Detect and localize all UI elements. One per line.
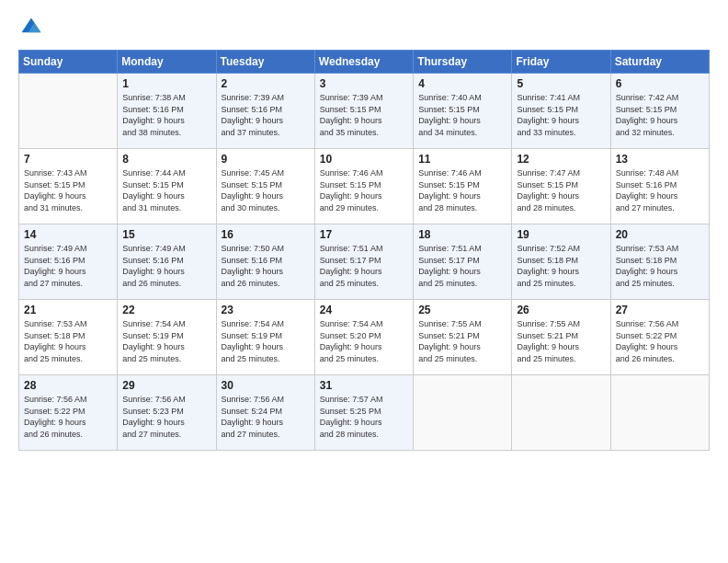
day-number: 8	[122, 153, 210, 166]
day-cell: 13Sunrise: 7:48 AM Sunset: 5:16 PM Dayli…	[610, 149, 709, 224]
day-cell: 30Sunrise: 7:56 AM Sunset: 5:24 PM Dayli…	[216, 375, 314, 451]
day-info: Sunrise: 7:44 AM Sunset: 5:15 PM Dayligh…	[122, 167, 210, 213]
day-cell: 6Sunrise: 7:42 AM Sunset: 5:15 PM Daylig…	[610, 74, 709, 149]
day-number: 17	[320, 228, 408, 241]
day-cell: 20Sunrise: 7:53 AM Sunset: 5:18 PM Dayli…	[610, 224, 709, 300]
day-info: Sunrise: 7:47 AM Sunset: 5:15 PM Dayligh…	[517, 167, 605, 213]
day-cell: 9Sunrise: 7:45 AM Sunset: 5:15 PM Daylig…	[216, 149, 314, 224]
day-cell: 14Sunrise: 7:49 AM Sunset: 5:16 PM Dayli…	[19, 224, 118, 300]
day-cell: 21Sunrise: 7:53 AM Sunset: 5:18 PM Dayli…	[19, 300, 118, 375]
day-info: Sunrise: 7:52 AM Sunset: 5:18 PM Dayligh…	[517, 243, 605, 289]
week-row-2: 7Sunrise: 7:43 AM Sunset: 5:15 PM Daylig…	[19, 149, 710, 224]
day-cell: 15Sunrise: 7:49 AM Sunset: 5:16 PM Dayli…	[118, 224, 216, 300]
logo-icon	[18, 15, 44, 40]
day-number: 20	[616, 228, 704, 241]
day-info: Sunrise: 7:42 AM Sunset: 5:15 PM Dayligh…	[616, 92, 704, 138]
header-cell-sunday: Sunday	[19, 51, 118, 74]
day-number: 21	[24, 304, 112, 316]
day-cell: 11Sunrise: 7:46 AM Sunset: 5:15 PM Dayli…	[414, 149, 512, 224]
day-cell: 16Sunrise: 7:50 AM Sunset: 5:16 PM Dayli…	[216, 224, 314, 300]
day-info: Sunrise: 7:46 AM Sunset: 5:15 PM Dayligh…	[320, 167, 408, 213]
header-row: SundayMondayTuesdayWednesdayThursdayFrid…	[19, 51, 710, 74]
day-number: 4	[418, 77, 506, 90]
day-cell: 27Sunrise: 7:56 AM Sunset: 5:22 PM Dayli…	[610, 300, 709, 375]
calendar-header: SundayMondayTuesdayWednesdayThursdayFrid…	[19, 51, 710, 74]
header-cell-thursday: Thursday	[414, 51, 512, 74]
header-cell-tuesday: Tuesday	[216, 51, 314, 74]
day-info: Sunrise: 7:55 AM Sunset: 5:21 PM Dayligh…	[517, 318, 605, 364]
day-number: 29	[122, 379, 210, 392]
day-info: Sunrise: 7:50 AM Sunset: 5:16 PM Dayligh…	[222, 243, 310, 289]
day-info: Sunrise: 7:51 AM Sunset: 5:17 PM Dayligh…	[320, 243, 408, 289]
day-cell: 2Sunrise: 7:39 AM Sunset: 5:16 PM Daylig…	[216, 74, 314, 149]
day-cell: 5Sunrise: 7:41 AM Sunset: 5:15 PM Daylig…	[512, 74, 610, 149]
calendar-table: SundayMondayTuesdayWednesdayThursdayFrid…	[18, 50, 710, 451]
day-info: Sunrise: 7:56 AM Sunset: 5:24 PM Dayligh…	[222, 394, 310, 440]
day-number: 19	[517, 228, 605, 241]
day-info: Sunrise: 7:55 AM Sunset: 5:21 PM Dayligh…	[418, 318, 506, 364]
day-info: Sunrise: 7:57 AM Sunset: 5:25 PM Dayligh…	[320, 394, 408, 440]
day-cell: 7Sunrise: 7:43 AM Sunset: 5:15 PM Daylig…	[19, 149, 118, 224]
day-cell: 24Sunrise: 7:54 AM Sunset: 5:20 PM Dayli…	[314, 300, 413, 375]
day-info: Sunrise: 7:56 AM Sunset: 5:22 PM Dayligh…	[616, 318, 704, 364]
day-number: 26	[517, 304, 605, 316]
week-row-1: 1Sunrise: 7:38 AM Sunset: 5:16 PM Daylig…	[19, 74, 710, 149]
day-cell: 12Sunrise: 7:47 AM Sunset: 5:15 PM Dayli…	[512, 149, 610, 224]
day-number: 18	[418, 228, 506, 241]
day-info: Sunrise: 7:49 AM Sunset: 5:16 PM Dayligh…	[122, 243, 210, 289]
day-cell: 19Sunrise: 7:52 AM Sunset: 5:18 PM Dayli…	[512, 224, 610, 300]
day-info: Sunrise: 7:56 AM Sunset: 5:23 PM Dayligh…	[122, 394, 210, 440]
day-cell: 10Sunrise: 7:46 AM Sunset: 5:15 PM Dayli…	[314, 149, 413, 224]
day-number: 5	[517, 77, 605, 90]
header-cell-saturday: Saturday	[610, 51, 709, 74]
day-info: Sunrise: 7:43 AM Sunset: 5:15 PM Dayligh…	[24, 167, 112, 213]
day-number: 9	[222, 153, 310, 166]
day-info: Sunrise: 7:39 AM Sunset: 5:16 PM Dayligh…	[222, 92, 310, 138]
day-info: Sunrise: 7:46 AM Sunset: 5:15 PM Dayligh…	[418, 167, 506, 213]
day-info: Sunrise: 7:54 AM Sunset: 5:19 PM Dayligh…	[222, 318, 310, 364]
day-number: 12	[517, 153, 605, 166]
day-cell: 4Sunrise: 7:40 AM Sunset: 5:15 PM Daylig…	[414, 74, 512, 149]
day-cell: 3Sunrise: 7:39 AM Sunset: 5:15 PM Daylig…	[314, 74, 413, 149]
day-number: 13	[616, 153, 704, 166]
day-cell: 23Sunrise: 7:54 AM Sunset: 5:19 PM Dayli…	[216, 300, 314, 375]
week-row-4: 21Sunrise: 7:53 AM Sunset: 5:18 PM Dayli…	[19, 300, 710, 375]
day-info: Sunrise: 7:51 AM Sunset: 5:17 PM Dayligh…	[418, 243, 506, 289]
day-info: Sunrise: 7:53 AM Sunset: 5:18 PM Dayligh…	[24, 318, 112, 364]
day-cell	[414, 375, 512, 451]
day-number: 15	[122, 228, 210, 241]
day-cell: 22Sunrise: 7:54 AM Sunset: 5:19 PM Dayli…	[118, 300, 216, 375]
day-info: Sunrise: 7:49 AM Sunset: 5:16 PM Dayligh…	[24, 243, 112, 289]
header	[18, 15, 710, 40]
day-number: 16	[222, 228, 310, 241]
day-cell: 8Sunrise: 7:44 AM Sunset: 5:15 PM Daylig…	[118, 149, 216, 224]
day-number: 2	[222, 77, 310, 90]
day-number: 23	[222, 304, 310, 316]
day-cell: 31Sunrise: 7:57 AM Sunset: 5:25 PM Dayli…	[314, 375, 413, 451]
day-number: 31	[320, 379, 408, 392]
day-info: Sunrise: 7:53 AM Sunset: 5:18 PM Dayligh…	[616, 243, 704, 289]
day-info: Sunrise: 7:41 AM Sunset: 5:15 PM Dayligh…	[517, 92, 605, 138]
day-info: Sunrise: 7:40 AM Sunset: 5:15 PM Dayligh…	[418, 92, 506, 138]
day-cell	[512, 375, 610, 451]
day-cell	[610, 375, 709, 451]
day-cell: 1Sunrise: 7:38 AM Sunset: 5:16 PM Daylig…	[118, 74, 216, 149]
day-number: 6	[616, 77, 704, 90]
day-number: 30	[222, 379, 310, 392]
week-row-5: 28Sunrise: 7:56 AM Sunset: 5:22 PM Dayli…	[19, 375, 710, 451]
day-cell: 26Sunrise: 7:55 AM Sunset: 5:21 PM Dayli…	[512, 300, 610, 375]
day-info: Sunrise: 7:38 AM Sunset: 5:16 PM Dayligh…	[122, 92, 210, 138]
day-cell: 25Sunrise: 7:55 AM Sunset: 5:21 PM Dayli…	[414, 300, 512, 375]
day-cell: 29Sunrise: 7:56 AM Sunset: 5:23 PM Dayli…	[118, 375, 216, 451]
day-number: 22	[122, 304, 210, 316]
day-number: 7	[24, 153, 112, 166]
day-number: 25	[418, 304, 506, 316]
week-row-3: 14Sunrise: 7:49 AM Sunset: 5:16 PM Dayli…	[19, 224, 710, 300]
day-info: Sunrise: 7:39 AM Sunset: 5:15 PM Dayligh…	[320, 92, 408, 138]
day-cell: 28Sunrise: 7:56 AM Sunset: 5:22 PM Dayli…	[19, 375, 118, 451]
day-info: Sunrise: 7:45 AM Sunset: 5:15 PM Dayligh…	[222, 167, 310, 213]
day-number: 11	[418, 153, 506, 166]
day-number: 24	[320, 304, 408, 316]
day-info: Sunrise: 7:54 AM Sunset: 5:20 PM Dayligh…	[320, 318, 408, 364]
day-number: 3	[320, 77, 408, 90]
